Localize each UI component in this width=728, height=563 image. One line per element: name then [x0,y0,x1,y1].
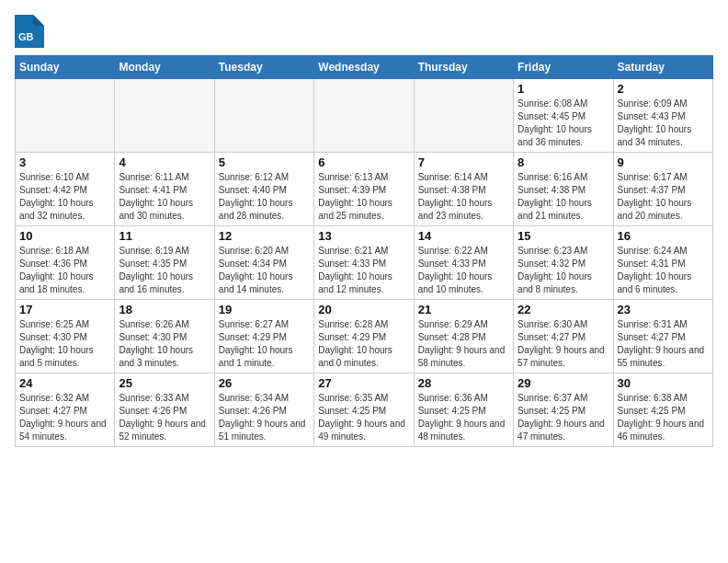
calendar-cell: 10Sunrise: 6:18 AM Sunset: 4:36 PM Dayli… [16,226,115,300]
calendar-cell: 3Sunrise: 6:10 AM Sunset: 4:42 PM Daylig… [16,153,115,226]
day-number: 1 [518,82,609,96]
day-info: Sunrise: 6:09 AM Sunset: 4:43 PM Dayligh… [618,98,709,149]
day-number: 14 [418,229,509,243]
day-number: 28 [418,376,509,390]
calendar-cell: 9Sunrise: 6:17 AM Sunset: 4:37 PM Daylig… [613,153,712,226]
day-number: 15 [518,229,609,243]
calendar-cell: 30Sunrise: 6:38 AM Sunset: 4:25 PM Dayli… [613,373,712,447]
weekday-header-thursday: Thursday [414,56,513,79]
day-info: Sunrise: 6:26 AM Sunset: 4:30 PM Dayligh… [119,318,210,370]
day-number: 29 [518,376,609,390]
day-info: Sunrise: 6:30 AM Sunset: 4:27 PM Dayligh… [518,318,609,370]
day-number: 26 [219,376,310,390]
week-row-4: 17Sunrise: 6:25 AM Sunset: 4:30 PM Dayli… [16,300,713,373]
calendar-cell: 12Sunrise: 6:20 AM Sunset: 4:34 PM Dayli… [214,226,313,300]
day-info: Sunrise: 6:20 AM Sunset: 4:34 PM Dayligh… [219,245,310,296]
calendar-cell [214,79,313,153]
calendar-cell: 1Sunrise: 6:08 AM Sunset: 4:45 PM Daylig… [514,79,613,153]
day-number: 19 [219,303,310,316]
day-number: 6 [318,155,409,169]
day-info: Sunrise: 6:19 AM Sunset: 4:35 PM Dayligh… [119,245,210,296]
calendar-body: 1Sunrise: 6:08 AM Sunset: 4:45 PM Daylig… [16,79,713,447]
calendar-cell: 29Sunrise: 6:37 AM Sunset: 4:25 PM Dayli… [514,373,613,447]
day-number: 13 [318,229,409,243]
day-info: Sunrise: 6:27 AM Sunset: 4:29 PM Dayligh… [219,318,310,370]
day-number: 21 [418,303,509,316]
day-number: 9 [618,155,709,169]
day-info: Sunrise: 6:18 AM Sunset: 4:36 PM Dayligh… [19,245,110,296]
logo: GB [15,15,48,48]
day-number: 17 [19,303,110,316]
day-info: Sunrise: 6:12 AM Sunset: 4:40 PM Dayligh… [219,171,310,223]
day-number: 5 [219,155,310,169]
day-number: 3 [19,155,110,169]
day-info: Sunrise: 6:16 AM Sunset: 4:38 PM Dayligh… [518,171,609,223]
calendar-cell: 6Sunrise: 6:13 AM Sunset: 4:39 PM Daylig… [314,153,414,226]
week-row-1: 1Sunrise: 6:08 AM Sunset: 4:45 PM Daylig… [16,79,713,153]
day-info: Sunrise: 6:36 AM Sunset: 4:25 PM Dayligh… [418,392,509,443]
day-number: 8 [518,155,609,169]
calendar-cell [115,79,214,153]
weekday-header-wednesday: Wednesday [314,56,414,79]
calendar-cell: 26Sunrise: 6:34 AM Sunset: 4:26 PM Dayli… [214,373,313,447]
calendar-cell: 28Sunrise: 6:36 AM Sunset: 4:25 PM Dayli… [414,373,513,447]
day-info: Sunrise: 6:32 AM Sunset: 4:27 PM Dayligh… [19,392,110,443]
calendar-header: SundayMondayTuesdayWednesdayThursdayFrid… [16,56,713,79]
day-info: Sunrise: 6:11 AM Sunset: 4:41 PM Dayligh… [119,171,210,223]
day-info: Sunrise: 6:25 AM Sunset: 4:30 PM Dayligh… [19,318,110,370]
day-info: Sunrise: 6:31 AM Sunset: 4:27 PM Dayligh… [618,318,709,370]
calendar-cell: 4Sunrise: 6:11 AM Sunset: 4:41 PM Daylig… [115,153,214,226]
day-number: 27 [318,376,409,390]
day-number: 7 [418,155,509,169]
calendar-cell: 18Sunrise: 6:26 AM Sunset: 4:30 PM Dayli… [115,300,214,373]
page-header: GB [15,15,713,48]
weekday-header-friday: Friday [514,56,613,79]
day-info: Sunrise: 6:38 AM Sunset: 4:25 PM Dayligh… [618,392,709,443]
weekday-header-sunday: Sunday [16,56,115,79]
day-info: Sunrise: 6:22 AM Sunset: 4:33 PM Dayligh… [418,245,509,296]
calendar-cell: 15Sunrise: 6:23 AM Sunset: 4:32 PM Dayli… [514,226,613,300]
day-number: 20 [318,303,409,316]
calendar-cell: 20Sunrise: 6:28 AM Sunset: 4:29 PM Dayli… [314,300,414,373]
calendar-cell [414,79,513,153]
day-number: 2 [618,82,709,96]
day-info: Sunrise: 6:35 AM Sunset: 4:25 PM Dayligh… [318,392,409,443]
weekday-header-monday: Monday [115,56,214,79]
calendar-cell: 14Sunrise: 6:22 AM Sunset: 4:33 PM Dayli… [414,226,513,300]
calendar-cell: 8Sunrise: 6:16 AM Sunset: 4:38 PM Daylig… [514,153,613,226]
calendar-cell: 19Sunrise: 6:27 AM Sunset: 4:29 PM Dayli… [214,300,313,373]
week-row-5: 24Sunrise: 6:32 AM Sunset: 4:27 PM Dayli… [16,373,713,447]
day-info: Sunrise: 6:34 AM Sunset: 4:26 PM Dayligh… [219,392,310,443]
svg-marker-1 [33,15,44,26]
day-info: Sunrise: 6:08 AM Sunset: 4:45 PM Dayligh… [518,98,609,149]
calendar-cell: 27Sunrise: 6:35 AM Sunset: 4:25 PM Dayli… [314,373,414,447]
weekday-header-tuesday: Tuesday [214,56,313,79]
svg-text:GB: GB [18,31,34,42]
calendar-cell [314,79,414,153]
calendar-cell: 21Sunrise: 6:29 AM Sunset: 4:28 PM Dayli… [414,300,513,373]
day-number: 4 [119,155,210,169]
day-number: 11 [119,229,210,243]
day-info: Sunrise: 6:21 AM Sunset: 4:33 PM Dayligh… [318,245,409,296]
day-number: 16 [618,229,709,243]
calendar-cell: 2Sunrise: 6:09 AM Sunset: 4:43 PM Daylig… [613,79,712,153]
day-info: Sunrise: 6:33 AM Sunset: 4:26 PM Dayligh… [119,392,210,443]
day-number: 23 [618,303,709,316]
calendar-cell [16,79,115,153]
weekday-header-saturday: Saturday [613,56,712,79]
calendar-cell: 24Sunrise: 6:32 AM Sunset: 4:27 PM Dayli… [16,373,115,447]
day-number: 24 [19,376,110,390]
day-number: 12 [219,229,310,243]
calendar-cell: 16Sunrise: 6:24 AM Sunset: 4:31 PM Dayli… [613,226,712,300]
calendar-cell: 11Sunrise: 6:19 AM Sunset: 4:35 PM Dayli… [115,226,214,300]
calendar-cell: 22Sunrise: 6:30 AM Sunset: 4:27 PM Dayli… [514,300,613,373]
day-info: Sunrise: 6:23 AM Sunset: 4:32 PM Dayligh… [518,245,609,296]
day-number: 22 [518,303,609,316]
day-info: Sunrise: 6:14 AM Sunset: 4:38 PM Dayligh… [418,171,509,223]
day-number: 25 [119,376,210,390]
calendar-cell: 23Sunrise: 6:31 AM Sunset: 4:27 PM Dayli… [613,300,712,373]
day-info: Sunrise: 6:13 AM Sunset: 4:39 PM Dayligh… [318,171,409,223]
day-info: Sunrise: 6:28 AM Sunset: 4:29 PM Dayligh… [318,318,409,370]
week-row-2: 3Sunrise: 6:10 AM Sunset: 4:42 PM Daylig… [16,153,713,226]
day-number: 18 [119,303,210,316]
